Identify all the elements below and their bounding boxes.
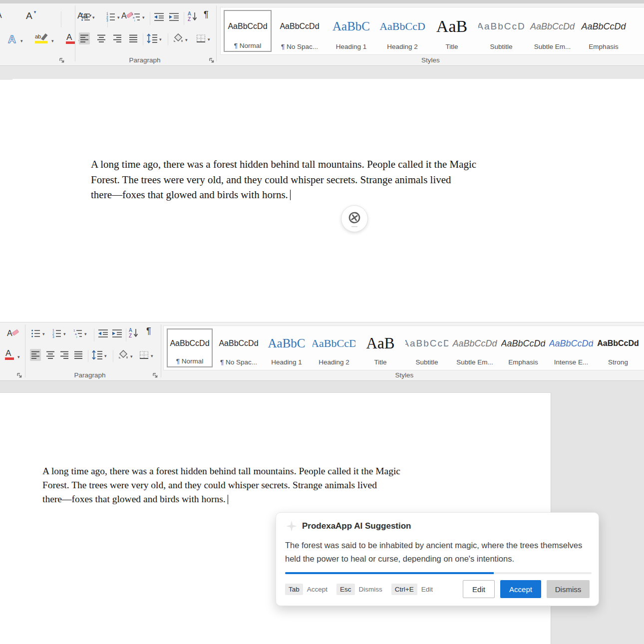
style-tile-no-spacing[interactable]: AaBbCcDd¶ No Spac... xyxy=(217,328,261,367)
align-right-icon[interactable] xyxy=(113,33,122,43)
borders-icon[interactable]: ▾ xyxy=(196,33,210,44)
svg-text:i: i xyxy=(134,19,135,22)
show-formatting-marks-icon[interactable]: ¶ xyxy=(146,326,151,335)
style-tile-emphasis[interactable]: AaBbCcDdEmphasis xyxy=(501,328,545,367)
ai-assistant-icon xyxy=(347,211,362,226)
paragraph-dialog-launcher-icon[interactable] xyxy=(153,371,158,380)
document-paragraph[interactable]: A long time ago, there was a forest hidd… xyxy=(42,464,400,506)
dismiss-button[interactable]: Dismiss xyxy=(547,580,590,598)
style-tile-heading1[interactable]: AaBbCHeading 1 xyxy=(327,10,375,52)
styles-group-label: Styles xyxy=(165,371,644,379)
bullets-icon[interactable]: ▾ xyxy=(81,12,95,22)
doc-line: there—foxes that glowed and birds with h… xyxy=(91,187,476,203)
font-size-icon[interactable]: A xyxy=(0,11,2,19)
accept-button[interactable]: Accept xyxy=(500,580,541,598)
font-color-icon[interactable]: A ▾ xyxy=(65,32,81,45)
hint-accept-label: Accept xyxy=(307,586,327,593)
numbering-icon[interactable]: 123 ▾ xyxy=(52,328,66,338)
style-tile-strong[interactable]: AaBbCcDdStrong xyxy=(597,328,639,367)
assistant-button-detail xyxy=(351,226,357,227)
app-window: A A▾ Aa▾ A A ▾ ab ▾ A ▾ ▾ 123 ▾ xyxy=(0,0,644,644)
doc-line: Forest. The trees were very old, and the… xyxy=(42,478,400,492)
window-edge xyxy=(0,0,644,3)
align-right-icon[interactable] xyxy=(60,350,69,360)
svg-text:A: A xyxy=(8,33,16,45)
decrease-indent-icon[interactable] xyxy=(98,328,109,338)
line-spacing-icon[interactable]: ▾ xyxy=(92,349,107,360)
text-effects-icon[interactable]: A ▾ xyxy=(7,32,23,45)
sort-icon[interactable]: AZ xyxy=(188,11,198,22)
ribbon-bottom: ▾ A A ▾ ▾ 123 ▾ 1ai ▾ AZ xyxy=(0,322,644,381)
show-formatting-marks-icon[interactable]: ¶ xyxy=(204,10,209,19)
shrink-font-icon[interactable]: A▾ xyxy=(26,10,36,20)
paragraph-dialog-launcher-icon[interactable] xyxy=(209,56,215,65)
text-highlight-color-icon[interactable]: ab ▾ xyxy=(35,32,54,45)
workspace-gap xyxy=(0,65,644,80)
increase-indent-icon[interactable] xyxy=(112,328,123,338)
edit-button[interactable]: Edit xyxy=(463,580,495,598)
align-center-icon[interactable] xyxy=(46,350,55,360)
style-tile-emphasis[interactable]: AaBbCcDdEmphasis xyxy=(581,10,627,52)
separator xyxy=(61,11,61,27)
ai-assistant-button[interactable] xyxy=(341,205,368,232)
doc-line: A long time ago, there was a forest hidd… xyxy=(91,157,476,172)
popup-suggestion-text: The forest was said to be inhabited by a… xyxy=(285,539,590,566)
key-chip-esc: Esc xyxy=(336,584,355,595)
style-tile-heading2[interactable]: AaBbCcDHeading 2 xyxy=(313,328,355,367)
styles-gallery: AaBbCcDd¶ Normal AaBbCcDd¶ No Spac... Aa… xyxy=(220,7,644,55)
group-divider xyxy=(75,5,75,61)
group-divider xyxy=(25,324,25,377)
bullets-icon[interactable]: ▾ xyxy=(31,328,45,338)
clear-formatting-icon[interactable]: A xyxy=(7,327,20,339)
style-tile-title[interactable]: AaBTitle xyxy=(359,328,401,367)
style-tile-intense-emphasis[interactable]: AaBbCcDdIntense E... xyxy=(549,328,593,367)
increase-indent-icon[interactable] xyxy=(169,12,180,22)
sparkle-icon xyxy=(285,520,298,533)
key-chip-ctrl-e: Ctrl+E xyxy=(391,584,417,595)
text-cursor xyxy=(228,495,229,504)
style-tile-normal[interactable]: AaBbCcDd¶ Normal xyxy=(224,10,272,52)
svg-text:ab: ab xyxy=(35,33,41,39)
document-page-top[interactable]: A long time ago, there was a forest hidd… xyxy=(12,79,644,322)
justify-icon[interactable] xyxy=(129,33,138,43)
decrease-indent-icon[interactable] xyxy=(154,12,165,22)
document-paragraph[interactable]: A long time ago, there was a forest hidd… xyxy=(91,157,476,203)
justify-icon[interactable] xyxy=(74,350,83,360)
align-center-icon[interactable] xyxy=(97,33,106,43)
doc-line: Forest. The trees were very old, and the… xyxy=(91,172,476,188)
styles-group-label: Styles xyxy=(220,56,642,64)
line-spacing-icon[interactable]: ▾ xyxy=(147,33,162,44)
style-tile-heading1[interactable]: AaBbCHeading 1 xyxy=(265,328,309,367)
style-tile-subtle-emphasis[interactable]: AaBbCcDdSubtle Em... xyxy=(452,328,497,367)
svg-text:A: A xyxy=(121,11,127,20)
align-left-icon[interactable] xyxy=(79,32,90,44)
shading-icon[interactable]: ▾ xyxy=(117,350,133,361)
popup-title: ProdexaApp AI Suggestion xyxy=(302,521,411,531)
svg-text:1: 1 xyxy=(131,12,133,15)
hint-edit-label: Edit xyxy=(421,586,433,593)
multilevel-list-icon[interactable]: 1ai ▾ xyxy=(73,328,87,338)
suggestion-progress-fill xyxy=(285,572,494,574)
shading-icon[interactable]: ▾ xyxy=(172,33,188,44)
style-tile-subtitle[interactable]: AaBbCcDSubtitle xyxy=(478,10,524,52)
style-tile-no-spacing[interactable]: AaBbCcDd¶ No Spac... xyxy=(276,10,323,52)
svg-text:a: a xyxy=(133,16,135,19)
svg-text:A: A xyxy=(129,327,132,333)
style-tile-title[interactable]: AaBTitle xyxy=(430,10,474,52)
numbering-icon[interactable]: 123 ▾ xyxy=(106,12,120,22)
style-tile-subtitle[interactable]: AaBbCcDSubtitle xyxy=(405,328,448,367)
svg-text:3: 3 xyxy=(106,18,108,22)
svg-text:A: A xyxy=(7,329,12,337)
sort-icon[interactable]: AZ xyxy=(129,327,139,338)
font-color-icon[interactable]: A ▾ xyxy=(4,348,20,361)
font-dialog-launcher-icon[interactable] xyxy=(59,56,65,65)
align-left-icon[interactable] xyxy=(30,349,41,361)
borders-icon[interactable]: ▾ xyxy=(139,350,153,360)
separator xyxy=(168,33,168,45)
font-dialog-launcher-icon[interactable] xyxy=(17,371,22,380)
styles-gallery: AaBbCcDd¶ Normal AaBbCcDd¶ No Spac... Aa… xyxy=(163,325,644,370)
multilevel-list-icon[interactable]: 1ai ▾ xyxy=(131,12,145,22)
style-tile-normal[interactable]: AaBbCcDd¶ Normal xyxy=(167,328,213,367)
style-tile-heading2[interactable]: AaBbCcDHeading 2 xyxy=(379,10,425,52)
style-tile-subtle-emphasis[interactable]: AaBbCcDdSubtle Em... xyxy=(529,10,576,52)
